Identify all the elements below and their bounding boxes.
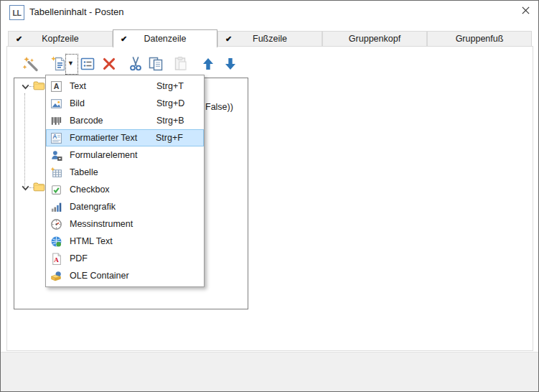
menu-item-shortcut: Strg+F: [156, 133, 193, 143]
close-button[interactable]: [515, 2, 536, 21]
tab-datenzeile[interactable]: ✔Datenzeile: [113, 29, 217, 47]
footer-bar: ? OK Abbrechen: [1, 352, 538, 392]
table-icon: [50, 167, 62, 179]
svg-text:A: A: [52, 133, 57, 140]
tree-connector-stub: [29, 86, 34, 87]
app-icon: LL: [9, 5, 24, 20]
tab-label: Fußzeile: [253, 34, 287, 44]
paste-icon: [172, 55, 189, 73]
tab-gruppenfuß[interactable]: Gruppenfuß: [427, 31, 532, 47]
checkmark-icon: ✔: [16, 34, 22, 44]
tab-fußzeile[interactable]: ✔Fußzeile: [217, 31, 322, 47]
barcode-icon: [50, 115, 62, 127]
menu-item-bild[interactable]: BildStrg+D: [46, 95, 204, 112]
checkbox-icon: [50, 184, 62, 196]
title-bar: LL Tabelleninhalt - Posten: [1, 1, 538, 22]
menu-item-datengrafik[interactable]: Datengrafik: [46, 198, 204, 215]
menu-item-pdf[interactable]: APDF: [46, 250, 204, 267]
element-properties-icon[interactable]: [79, 55, 96, 73]
menu-item-label: Bild: [70, 98, 85, 108]
menu-item-label: Formularelement: [70, 150, 137, 160]
insert-object-menu: ATextStrg+TBildStrg+DBarcodeStrg+BAForma…: [45, 75, 205, 287]
tree-item-formula-text: False)): [205, 102, 233, 112]
tab-label: Kopfzeile: [42, 34, 78, 44]
dropdown-arrow-icon[interactable]: ▼: [67, 60, 76, 68]
image-icon: [50, 98, 62, 110]
menu-item-formularelement[interactable]: Formularelement: [46, 146, 204, 164]
checkmark-icon: ✔: [121, 34, 127, 44]
folder-icon: [33, 182, 45, 192]
menu-item-label: Datengrafik: [70, 202, 116, 212]
move-up-icon[interactable]: [200, 55, 217, 73]
form-element-icon: [50, 149, 62, 162]
close-icon: [521, 6, 530, 17]
menu-item-text[interactable]: ATextStrg+T: [46, 78, 204, 95]
tree-connector-stub: [29, 187, 34, 188]
svg-text:A: A: [54, 82, 60, 90]
menu-item-label: OLE Container: [70, 271, 129, 281]
menu-item-messinstrument[interactable]: Messinstrument: [46, 215, 204, 233]
menu-item-shortcut: Strg+T: [156, 81, 194, 91]
copy-icon[interactable]: [147, 55, 164, 73]
formatted-text-icon: A: [50, 132, 62, 144]
menu-item-label: HTML Text: [70, 236, 113, 246]
tab-label: Gruppenkopf: [349, 34, 400, 44]
tree-connector-line: [24, 93, 25, 187]
menu-item-barcode[interactable]: BarcodeStrg+B: [46, 112, 204, 129]
window-title: Tabelleninhalt - Posten: [29, 6, 124, 17]
tab-gruppenkopf[interactable]: Gruppenkopf: [322, 31, 427, 47]
html-text-icon: [50, 235, 62, 248]
menu-item-checkbox[interactable]: Checkbox: [46, 181, 204, 198]
menu-item-shortcut: Strg+D: [156, 98, 194, 108]
move-down-icon[interactable]: [222, 55, 239, 73]
menu-item-label: Formatierter Text: [70, 133, 137, 143]
menu-item-label: Tabelle: [70, 167, 98, 177]
svg-text:A: A: [54, 256, 59, 263]
menu-item-label: Text: [70, 81, 86, 91]
menu-item-label: Barcode: [70, 116, 103, 126]
menu-item-html-text[interactable]: HTML Text: [46, 233, 204, 250]
tab-label: Datenzeile: [144, 34, 186, 44]
tab-kopfzeile[interactable]: ✔Kopfzeile: [8, 31, 113, 47]
menu-item-label: Checkbox: [70, 185, 110, 195]
menu-item-ole-container[interactable]: OLE Container: [46, 267, 204, 284]
gauge-icon: [50, 218, 62, 230]
wizard-wand-icon[interactable]: [22, 55, 39, 73]
menu-item-shortcut: Strg+B: [156, 116, 194, 126]
tab-label: Gruppenfuß: [456, 34, 504, 44]
menu-item-label: PDF: [70, 253, 88, 263]
data-graphic-icon: [50, 201, 62, 213]
cut-icon[interactable]: [127, 55, 144, 73]
ole-container-icon: [50, 270, 62, 282]
menu-item-tabelle[interactable]: Tabelle: [46, 164, 204, 181]
delete-icon[interactable]: [100, 55, 118, 73]
folder-icon: [33, 80, 45, 90]
pdf-icon: A: [50, 253, 62, 265]
menu-item-label: Messinstrument: [70, 219, 133, 229]
dialog-tabelleninhalt: LL Tabelleninhalt - Posten ✔Kopfzeile✔Da…: [0, 0, 539, 392]
text-icon: A: [50, 80, 62, 93]
checkmark-icon: ✔: [225, 34, 232, 44]
menu-item-formatierter-text[interactable]: AFormatierter TextStrg+F: [46, 129, 204, 146]
